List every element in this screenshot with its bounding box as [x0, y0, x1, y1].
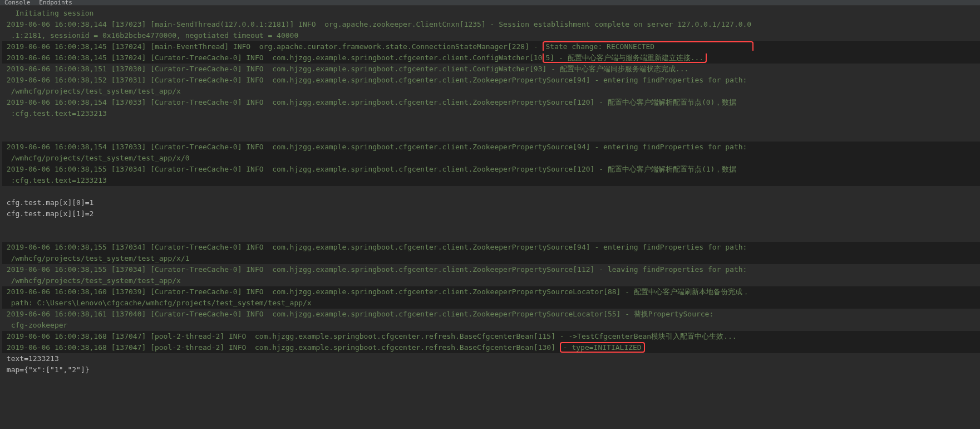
log-line: :cfg.test.text=1233213	[2, 108, 980, 119]
log-line: 2019-06-06 16:00:38,154 [137033] [Curato…	[2, 97, 980, 108]
log-line: 2019-06-06 16:00:38,155 [137034] [Curato…	[2, 164, 980, 175]
log-line: 2019-06-06 16:00:38,161 [137040] [Curato…	[2, 309, 980, 320]
log-line	[2, 186, 980, 197]
log-line	[2, 220, 980, 231]
log-line: 2019-06-06 16:00:38,152 [137031] [Curato…	[2, 75, 980, 86]
log-line: 2019-06-06 16:00:38,168 [137047] [pool-2…	[2, 331, 980, 342]
tab-endpoints[interactable]: Endpoints	[39, 0, 72, 6]
log-line: map={"x":["1","2"]}	[2, 364, 980, 376]
log-line: Initiating session	[2, 8, 980, 19]
log-line: 2019-06-06 16:00:38,160 [137039] [Curato…	[2, 286, 980, 298]
log-line: /wmhcfg/projects/test_system/test_app/x/…	[2, 253, 980, 264]
log-line: 2019-06-06 16:00:38,155 [137034] [Curato…	[2, 242, 980, 253]
log-line: .1:2181, sessionid = 0x16b2bcbe4770000, …	[2, 30, 980, 41]
log-line	[2, 130, 980, 142]
log-text: 2019-06-06 16:00:38,168 [137047] [pool-2…	[2, 343, 560, 352]
log-line: path: C:\Users\Lenovo\cfgcache/wmhcfg/pr…	[2, 298, 980, 309]
log-line: 2019-06-06 16:00:38,145 [137024] [main-E…	[2, 41, 980, 52]
log-line: cfg.test.map[x][0]=1	[2, 197, 980, 208]
log-line: 2019-06-06 16:00:38,168 [137047] [pool-2…	[2, 342, 980, 353]
log-line: text=1233213	[2, 353, 980, 364]
log-line: 2019-06-06 16:00:38,144 [137023] [main-S…	[2, 19, 980, 30]
highlighted-segment: State change: RECONNECTED	[543, 41, 754, 51]
tab-console[interactable]: Console	[4, 0, 30, 6]
log-text: 2019-06-06 16:00:38,145 [137024] [Curato…	[2, 53, 543, 62]
log-line: /wmhcfg/projects/test_system/test_app/x/…	[2, 153, 980, 164]
log-line: /wmhcfg/projects/test_system/test_app/x	[2, 86, 980, 97]
log-line	[2, 119, 980, 130]
tab-bar: Console Endpoints	[0, 0, 980, 6]
highlighted-segment: 5] - 配置中心客户端与服务端重新建立连接...	[543, 53, 707, 63]
log-line: cfg-zookeeper	[2, 320, 980, 331]
log-line: 2019-06-06 16:00:38,155 [137034] [Curato…	[2, 264, 980, 275]
log-line: 2019-06-06 16:00:38,145 [137024] [Curato…	[2, 52, 980, 64]
log-line	[2, 231, 980, 242]
log-text: 2019-06-06 16:00:38,145 [137024] [main-E…	[2, 42, 543, 51]
log-line: :cfg.test.text=1233213	[2, 175, 980, 186]
console-output[interactable]: Initiating session 2019-06-06 16:00:38,1…	[0, 6, 980, 378]
log-line: 2019-06-06 16:00:38,154 [137033] [Curato…	[2, 142, 980, 153]
log-line: 2019-06-06 16:00:38,151 [137030] [Curato…	[2, 64, 980, 75]
log-line: /wmhcfg/projects/test_system/test_app/x	[2, 275, 980, 286]
highlighted-segment: - type=INITIALIZED	[560, 342, 645, 353]
log-line: cfg.test.map[x][1]=2	[2, 208, 980, 220]
